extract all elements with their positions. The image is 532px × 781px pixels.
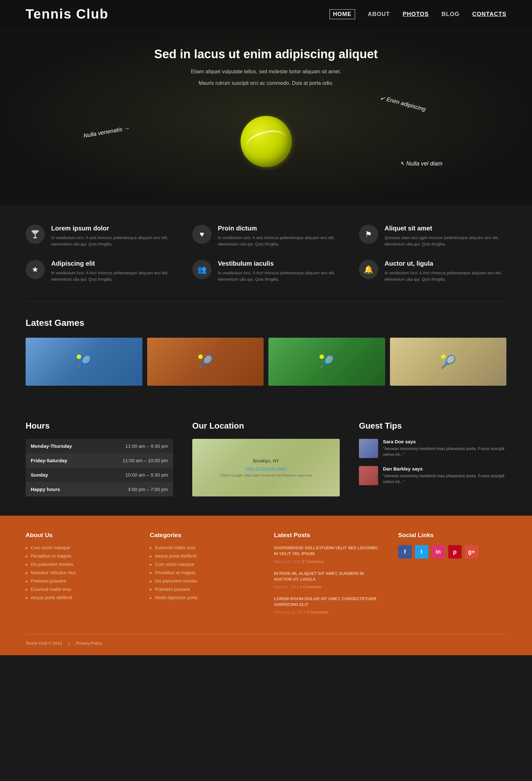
hours-day-1: Monday-Thursday [26, 439, 97, 453]
latest-games-section: Latest Games 🎾 🎾 🎾 🎾 [0, 302, 532, 402]
hours-heading: Hours [26, 421, 173, 431]
list-item[interactable]: Praesent posuere [150, 587, 258, 592]
tip-name-1: Sara Doe says [383, 439, 506, 444]
header: Tennis Club HOME ABOUT PHOTOS BLOG CONTA… [0, 0, 532, 28]
list-item[interactable]: Penatibus et magnis [26, 553, 134, 559]
feature-item-5: 👥 Vestibulum iaculis In vestibulum Arci.… [192, 260, 340, 282]
hours-time-2: 11:00 am – 10:00 pm [97, 453, 173, 468]
footer-grid: About Us Cum sociis natoque Penatibus et… [26, 532, 506, 621]
separator: | [69, 641, 70, 646]
facebook-icon[interactable]: f [398, 545, 412, 559]
info-section: Hours Monday-Thursday 11:00 am – 9:30 pm… [0, 402, 532, 516]
feature-text-5: In vestibulum Arci. A Arci rhoncus pelle… [218, 270, 340, 282]
latest-games-heading: Latest Games [26, 318, 506, 328]
hours-column: Hours Monday-Thursday 11:00 am – 9:30 pm… [26, 421, 173, 496]
list-item[interactable]: Praesent posuere [26, 578, 134, 583]
post-title-2[interactable]: IN PEDE MI, ALIQUET SIT AMET, EUISMOD IN… [274, 571, 382, 582]
feature-text-2: In vestibulum orci. A sed rhoncus pellen… [218, 235, 340, 247]
footer-post-1: SUSPENDISSE SOLLICITUDIN VELIT SED LEOON… [274, 545, 382, 564]
hero-subtext-1: Etiam aliquet vulputate tellus, sed mole… [26, 68, 506, 76]
game-image-1[interactable]: 🎾 [26, 338, 142, 386]
list-item[interactable]: Penatibus et magnis [150, 570, 258, 575]
list-item[interactable]: Cum sociis natoque [26, 545, 134, 550]
tip-item-1: Sara Doe says "Aenean nonummy hendrerit … [359, 439, 506, 458]
hours-time-1: 11:00 am – 9:30 pm [97, 439, 173, 453]
footer-categories-heading: Categories [150, 532, 258, 539]
feature-title-5: Vestibulum iaculis [218, 260, 340, 267]
footer-categories: Categories Euismod mattis eros Aeque por… [150, 532, 258, 621]
instagram-icon[interactable]: in [432, 545, 445, 559]
feature-text-4: In vestibulum Arci. A Arci rhoncus pelle… [51, 270, 173, 282]
feature-icon-2: ♥ [192, 225, 212, 244]
post-comments-2[interactable]: 3 Comments [300, 585, 322, 589]
game-image-4[interactable]: 🎾 [390, 338, 507, 386]
feature-content-2: Proin dictum In vestibulum orci. A sed r… [218, 225, 340, 247]
list-item[interactable]: Dis parturient montes [150, 578, 258, 583]
pinterest-icon[interactable]: p [448, 545, 461, 559]
feature-title-4: Adipiscing elit [51, 260, 173, 267]
location-heading: Our Location [192, 421, 340, 431]
list-item[interactable]: Morbi dignissim porta [150, 595, 258, 600]
footer-bottom: Tennis Club © 2014 | Privacy Policy [26, 634, 506, 646]
social-icons: f t in p g+ [398, 545, 506, 559]
feature-item-1: 🍸 Lorem ipsum dolor In vestibulum orci. … [26, 225, 173, 247]
feature-content-6: Auctor ut, ligula In vestibulum Arci. A … [385, 260, 506, 282]
feature-item-6: 🔔 Auctor ut, ligula In vestibulum Arci. … [359, 260, 506, 282]
post-date-1: March 14, 2013 [274, 560, 301, 564]
avatar-dan [359, 466, 378, 485]
list-item[interactable]: Nascetur ridiculus mus [26, 570, 134, 575]
tennis-ball [240, 116, 292, 167]
games-grid: 🎾 🎾 🎾 🎾 [26, 338, 506, 386]
copyright: Tennis Club © 2014 [26, 641, 62, 646]
feature-item-2: ♥ Proin dictum In vestibulum orci. A sed… [192, 225, 340, 247]
feature-title-6: Auctor ut, ligula [385, 260, 506, 267]
post-title-3[interactable]: LOREM IPSUM DOLOR SIT AMET, CONSECTETUER… [274, 596, 382, 608]
hours-day-4: Happy hours [26, 482, 97, 496]
privacy-link[interactable]: Privacy Policy [76, 641, 102, 646]
guest-tips-heading: Guest Tips [359, 421, 506, 431]
feature-icon-6: 🔔 [359, 260, 378, 279]
site-title: Tennis Club [26, 6, 108, 22]
twitter-icon[interactable]: t [415, 545, 428, 559]
hero-heading: Sed in lacus ut enim adipiscing aliquet [26, 47, 506, 61]
feature-title-3: Aliquet sit amet [385, 225, 506, 232]
hero-section: Sed in lacus ut enim adipiscing aliquet … [0, 28, 532, 205]
list-item[interactable]: Aeque porta eleifend [150, 553, 258, 559]
map-link[interactable]: View on Google Maps [246, 466, 286, 471]
game-photo-1: 🎾 [26, 338, 142, 386]
main-nav: HOME ABOUT PHOTOS BLOG CONTACTS [329, 9, 506, 19]
feature-content-5: Vestibulum iaculis In vestibulum Arci. A… [218, 260, 340, 282]
post-comments-1[interactable]: 2 Comments [302, 560, 324, 564]
map-placeholder: Brooklyn, NY View on Google Maps ©2014 G… [192, 439, 340, 496]
googleplus-icon[interactable]: g+ [465, 545, 478, 559]
avatar-sara [359, 439, 378, 458]
game-image-2[interactable]: 🎾 [147, 338, 264, 386]
post-comments-3[interactable]: 5 Comments [307, 610, 328, 615]
post-date-2: March 5, 2013 [274, 585, 299, 589]
list-item[interactable]: Euismod mattis eros [26, 587, 134, 592]
nav-home[interactable]: HOME [329, 9, 355, 19]
list-item[interactable]: Euismod mattis eros [150, 545, 258, 550]
nav-about[interactable]: ABOUT [368, 11, 390, 17]
table-row: Happy hours 4:00 pm – 7:00 pm [26, 482, 173, 496]
tip-content-1: Sara Doe says "Aenean nonummy hendrerit … [383, 439, 506, 458]
list-item[interactable]: Aeque porta eleifend [26, 595, 134, 600]
nav-photos[interactable]: PHOTOS [403, 11, 429, 17]
feature-item-4: ★ Adipiscing elit In vestibulum Arci. A … [26, 260, 173, 282]
footer-latest-posts: Latest Posts SUSPENDISSE SOLLICITUDIN VE… [274, 532, 382, 621]
nav-contacts[interactable]: CONTACTS [472, 11, 506, 17]
nav-blog[interactable]: BLOG [441, 11, 459, 17]
footer-post-3: LOREM IPSUM DOLOR SIT AMET, CONSECTETUER… [274, 596, 382, 615]
annotation-right: ↖ Nulla vel diam [400, 160, 442, 167]
feature-title-1: Lorem ipsum dolor [51, 225, 173, 232]
post-title-1[interactable]: SUSPENDISSE SOLLICITUDIN VELIT SED LEOON… [274, 545, 382, 557]
annotation-top-right: ↙ Enim adipiscing [380, 94, 427, 113]
table-row: Monday-Thursday 11:00 am – 9:30 pm [26, 439, 173, 453]
list-item[interactable]: Cum sociis natoque [150, 562, 258, 567]
feature-text-6: In vestibulum Arci. A Arci rhoncus pelle… [385, 270, 506, 282]
game-image-3[interactable]: 🎾 [268, 338, 385, 386]
list-item[interactable]: Dis parturient montes [26, 562, 134, 567]
game-photo-2: 🎾 [147, 338, 264, 386]
features-section: 🍸 Lorem ipsum dolor In vestibulum orci. … [0, 205, 532, 301]
post-date-3: February 14, 2013 [274, 610, 306, 615]
